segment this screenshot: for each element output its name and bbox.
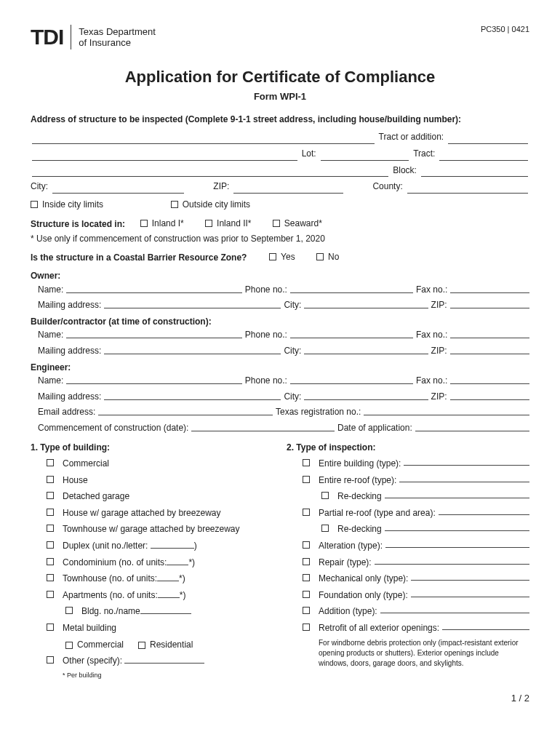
lot-input[interactable] (321, 151, 409, 161)
engineer-zip-input[interactable] (450, 390, 529, 400)
condo-units-input[interactable] (167, 557, 188, 565)
inland1-option[interactable]: Inland I* (140, 217, 184, 231)
city-input[interactable] (52, 183, 184, 194)
owner-phone-input[interactable] (290, 283, 413, 293)
engineer-city-input[interactable] (304, 390, 428, 400)
logo-block: TDI Texas Department of Insurance (31, 20, 156, 55)
commence-input[interactable] (191, 421, 335, 431)
duplex-option[interactable]: Duplex (unit no./letter: ) (47, 539, 273, 553)
alteration-option[interactable]: Alteration (type): (303, 539, 529, 553)
metal-commercial-option[interactable]: Commercial (65, 638, 124, 652)
builder-zip-input[interactable] (450, 344, 529, 354)
appdate-label: Date of application: (337, 421, 412, 435)
addition-option[interactable]: Addition (type): (303, 605, 529, 618)
engineer-txreg-input[interactable] (364, 405, 529, 415)
checkbox-icon (138, 642, 145, 649)
appdate-input[interactable] (415, 421, 529, 431)
detached-garage-option[interactable]: Detached garage (47, 490, 273, 503)
engineer-email-input[interactable] (98, 405, 273, 415)
builder-mailing-label: Mailing address: (38, 344, 101, 358)
house-breezeway-option[interactable]: House w/ garage attached by breezeway (47, 506, 273, 520)
redecking2-input[interactable] (385, 522, 529, 531)
entire-building-input[interactable] (404, 457, 529, 466)
owner-city-input[interactable] (304, 298, 428, 308)
checkbox-icon (303, 607, 310, 614)
engineer-fax-input[interactable] (450, 374, 529, 384)
townhouse-option[interactable]: Townhouse (no. of units:*) (47, 572, 273, 586)
alteration-input[interactable] (385, 539, 529, 548)
owner-name-input[interactable] (66, 283, 242, 293)
builder-city-input[interactable] (304, 344, 428, 354)
partial-reroof-option[interactable]: Partial re-roof (type and area): (303, 506, 529, 520)
engineer-phone-input[interactable] (290, 374, 413, 384)
bldg-no-option[interactable]: Bldg. no./name (65, 605, 273, 618)
mechanical-input[interactable] (411, 572, 529, 581)
repair-option[interactable]: Repair (type): (303, 556, 529, 570)
county-input[interactable] (407, 183, 528, 194)
address-line-1-input[interactable] (32, 134, 375, 144)
coastal-yes-option[interactable]: Yes (269, 250, 295, 264)
repair-input[interactable] (375, 556, 529, 565)
seaward-option[interactable]: Seaward* (273, 217, 322, 231)
townhouse-units-input[interactable] (157, 573, 179, 581)
duplex-unit-input[interactable] (151, 540, 194, 549)
entire-reroof-input[interactable] (399, 474, 529, 482)
checkbox-icon (47, 525, 54, 532)
townhouse-breezeway-option[interactable]: Townhouse w/ garage attached by breezewa… (47, 522, 273, 536)
checkbox-icon (303, 624, 310, 631)
address-line-3-input[interactable] (32, 167, 388, 177)
addition-input[interactable] (380, 605, 529, 613)
address-line-2-input[interactable] (32, 151, 297, 161)
builder-heading: Builder/contractor (at time of construct… (31, 315, 529, 329)
checkbox-icon (47, 591, 54, 598)
logo-text: Texas Department of Insurance (79, 26, 156, 49)
commercial-option[interactable]: Commercial (47, 457, 273, 471)
owner-zip-label: ZIP: (431, 298, 447, 312)
foundation-option[interactable]: Foundation only (type): (303, 589, 529, 602)
builder-mailing-input[interactable] (104, 344, 281, 354)
inside-city-option[interactable]: Inside city limits (31, 198, 103, 212)
block-input[interactable] (421, 167, 528, 177)
tract-input[interactable] (439, 151, 528, 161)
redecking2-option[interactable]: Re-decking (321, 522, 529, 536)
apartments-units-input[interactable] (158, 589, 180, 598)
house-option[interactable]: House (47, 474, 273, 487)
per-building-note: * Per building (63, 671, 273, 681)
checkbox-icon (65, 642, 73, 649)
builder-fax-input[interactable] (450, 328, 529, 338)
partial-reroof-input[interactable] (439, 506, 529, 515)
retrofit-option[interactable]: Retrofit of all exterior openings: (303, 621, 529, 635)
engineer-city-label: City: (284, 390, 301, 404)
mechanical-option[interactable]: Mechanical only (type): (303, 572, 529, 586)
checkbox-icon (303, 558, 310, 565)
owner-mailing-input[interactable] (104, 298, 281, 308)
retrofit-input[interactable] (442, 621, 529, 630)
owner-fax-input[interactable] (450, 283, 529, 293)
coastal-no-option[interactable]: No (316, 250, 339, 264)
apartments-option[interactable]: Apartments (no. of units:*) (47, 589, 273, 602)
outside-city-option[interactable]: Outside city limits (171, 198, 250, 212)
metal-residential-option[interactable]: Residential (138, 638, 193, 652)
foundation-input[interactable] (411, 589, 529, 597)
other-option[interactable]: Other (specify): (47, 654, 273, 668)
checkbox-icon (140, 220, 148, 227)
redecking1-option[interactable]: Re-decking (321, 490, 529, 503)
zip-input[interactable] (233, 183, 343, 194)
builder-phone-input[interactable] (290, 328, 413, 338)
engineer-mailing-input[interactable] (104, 390, 281, 400)
tract-or-addition-input[interactable] (448, 134, 528, 144)
checkbox-icon (47, 541, 54, 549)
page-title: Application for Certificate of Complianc… (31, 65, 529, 89)
other-input[interactable] (124, 655, 204, 664)
entire-reroof-option[interactable]: Entire re-roof (type): (303, 474, 529, 487)
entire-building-option[interactable]: Entire building (type): (303, 457, 529, 471)
bldg-no-input[interactable] (140, 605, 191, 614)
condo-option[interactable]: Condominium (no. of units:*) (47, 556, 273, 570)
engineer-name-input[interactable] (66, 374, 242, 384)
builder-name-input[interactable] (66, 328, 242, 338)
builder-phone-label: Phone no.: (245, 328, 287, 342)
owner-zip-input[interactable] (450, 298, 529, 308)
inland2-option[interactable]: Inland II* (205, 217, 251, 231)
redecking1-input[interactable] (385, 490, 529, 498)
metal-building-option[interactable]: Metal building (47, 621, 273, 635)
